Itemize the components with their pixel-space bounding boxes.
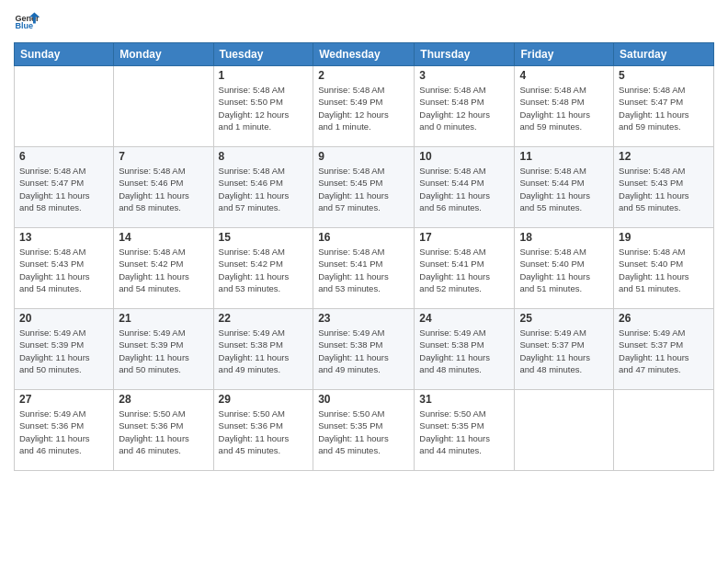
page: General Blue SundayMondayTuesdayWednesda… [0, 0, 728, 563]
day-info: Sunrise: 5:48 AM Sunset: 5:49 PM Dayligh… [318, 84, 409, 132]
day-number: 13 [19, 231, 108, 244]
calendar-cell: 14Sunrise: 5:48 AM Sunset: 5:42 PM Dayli… [114, 228, 213, 309]
day-number: 19 [619, 231, 709, 244]
day-number: 22 [219, 312, 309, 325]
day-number: 21 [119, 312, 208, 325]
logo-icon: General Blue [14, 9, 40, 35]
day-info: Sunrise: 5:48 AM Sunset: 5:41 PM Dayligh… [318, 246, 409, 294]
calendar-week-row: 1Sunrise: 5:48 AM Sunset: 5:50 PM Daylig… [15, 66, 714, 147]
weekday-header: Wednesday [313, 43, 415, 66]
day-number: 2 [318, 69, 409, 82]
day-info: Sunrise: 5:48 AM Sunset: 5:42 PM Dayligh… [119, 246, 208, 294]
calendar-cell: 5Sunrise: 5:48 AM Sunset: 5:47 PM Daylig… [614, 66, 714, 147]
weekday-header: Friday [515, 43, 614, 66]
day-info: Sunrise: 5:49 AM Sunset: 5:39 PM Dayligh… [19, 327, 108, 375]
day-info: Sunrise: 5:48 AM Sunset: 5:47 PM Dayligh… [619, 84, 709, 132]
day-number: 8 [219, 150, 309, 163]
day-number: 1 [219, 69, 309, 82]
day-info: Sunrise: 5:48 AM Sunset: 5:44 PM Dayligh… [419, 165, 509, 213]
day-info: Sunrise: 5:50 AM Sunset: 5:36 PM Dayligh… [219, 408, 309, 456]
day-number: 30 [318, 393, 409, 406]
calendar-cell: 31Sunrise: 5:50 AM Sunset: 5:35 PM Dayli… [415, 390, 515, 471]
calendar-cell: 17Sunrise: 5:48 AM Sunset: 5:41 PM Dayli… [415, 228, 515, 309]
calendar-cell: 25Sunrise: 5:49 AM Sunset: 5:37 PM Dayli… [515, 309, 614, 390]
day-info: Sunrise: 5:49 AM Sunset: 5:37 PM Dayligh… [519, 327, 609, 375]
day-info: Sunrise: 5:48 AM Sunset: 5:47 PM Dayligh… [19, 165, 108, 213]
day-number: 4 [519, 69, 609, 82]
calendar-week-row: 27Sunrise: 5:49 AM Sunset: 5:36 PM Dayli… [15, 390, 714, 471]
day-info: Sunrise: 5:48 AM Sunset: 5:41 PM Dayligh… [419, 246, 509, 294]
calendar-cell: 27Sunrise: 5:49 AM Sunset: 5:36 PM Dayli… [15, 390, 114, 471]
calendar-cell: 21Sunrise: 5:49 AM Sunset: 5:39 PM Dayli… [114, 309, 213, 390]
weekday-header: Sunday [15, 43, 114, 66]
calendar-cell: 19Sunrise: 5:48 AM Sunset: 5:40 PM Dayli… [614, 228, 714, 309]
day-info: Sunrise: 5:50 AM Sunset: 5:35 PM Dayligh… [318, 408, 409, 456]
logo: General Blue [14, 9, 40, 35]
day-number: 10 [419, 150, 509, 163]
day-number: 3 [419, 69, 509, 82]
day-number: 15 [219, 231, 309, 244]
day-number: 18 [519, 231, 609, 244]
day-number: 16 [318, 231, 409, 244]
calendar-cell: 7Sunrise: 5:48 AM Sunset: 5:46 PM Daylig… [114, 147, 213, 228]
day-number: 20 [19, 312, 108, 325]
calendar-cell: 13Sunrise: 5:48 AM Sunset: 5:43 PM Dayli… [15, 228, 114, 309]
day-number: 11 [519, 150, 609, 163]
day-number: 17 [419, 231, 509, 244]
calendar-header-row: SundayMondayTuesdayWednesdayThursdayFrid… [15, 43, 714, 66]
day-number: 24 [419, 312, 509, 325]
day-number: 28 [119, 393, 208, 406]
day-number: 6 [19, 150, 108, 163]
calendar-cell [114, 66, 213, 147]
day-info: Sunrise: 5:49 AM Sunset: 5:38 PM Dayligh… [318, 327, 409, 375]
weekday-header: Saturday [614, 43, 714, 66]
day-info: Sunrise: 5:48 AM Sunset: 5:40 PM Dayligh… [519, 246, 609, 294]
header: General Blue [14, 9, 714, 35]
day-info: Sunrise: 5:49 AM Sunset: 5:37 PM Dayligh… [619, 327, 709, 375]
calendar-cell: 11Sunrise: 5:48 AM Sunset: 5:44 PM Dayli… [515, 147, 614, 228]
calendar-week-row: 6Sunrise: 5:48 AM Sunset: 5:47 PM Daylig… [15, 147, 714, 228]
day-number: 7 [119, 150, 208, 163]
calendar-cell: 23Sunrise: 5:49 AM Sunset: 5:38 PM Dayli… [313, 309, 415, 390]
calendar-week-row: 20Sunrise: 5:49 AM Sunset: 5:39 PM Dayli… [15, 309, 714, 390]
day-info: Sunrise: 5:49 AM Sunset: 5:38 PM Dayligh… [219, 327, 309, 375]
day-info: Sunrise: 5:48 AM Sunset: 5:44 PM Dayligh… [519, 165, 609, 213]
day-number: 27 [19, 393, 108, 406]
calendar-cell: 2Sunrise: 5:48 AM Sunset: 5:49 PM Daylig… [313, 66, 415, 147]
day-info: Sunrise: 5:49 AM Sunset: 5:36 PM Dayligh… [19, 408, 108, 456]
calendar-cell: 22Sunrise: 5:49 AM Sunset: 5:38 PM Dayli… [213, 309, 313, 390]
day-info: Sunrise: 5:48 AM Sunset: 5:46 PM Dayligh… [219, 165, 309, 213]
day-info: Sunrise: 5:50 AM Sunset: 5:36 PM Dayligh… [119, 408, 208, 456]
svg-text:Blue: Blue [15, 21, 33, 30]
day-info: Sunrise: 5:48 AM Sunset: 5:43 PM Dayligh… [19, 246, 108, 294]
day-info: Sunrise: 5:50 AM Sunset: 5:35 PM Dayligh… [419, 408, 509, 456]
weekday-header: Tuesday [213, 43, 313, 66]
calendar-cell: 16Sunrise: 5:48 AM Sunset: 5:41 PM Dayli… [313, 228, 415, 309]
day-info: Sunrise: 5:48 AM Sunset: 5:50 PM Dayligh… [219, 84, 309, 132]
day-number: 26 [619, 312, 709, 325]
weekday-header: Monday [114, 43, 213, 66]
day-number: 14 [119, 231, 208, 244]
calendar-cell: 8Sunrise: 5:48 AM Sunset: 5:46 PM Daylig… [213, 147, 313, 228]
calendar-cell: 28Sunrise: 5:50 AM Sunset: 5:36 PM Dayli… [114, 390, 213, 471]
calendar-cell: 9Sunrise: 5:48 AM Sunset: 5:45 PM Daylig… [313, 147, 415, 228]
day-info: Sunrise: 5:48 AM Sunset: 5:43 PM Dayligh… [619, 165, 709, 213]
day-info: Sunrise: 5:49 AM Sunset: 5:39 PM Dayligh… [119, 327, 208, 375]
calendar-cell [614, 390, 714, 471]
calendar-cell: 26Sunrise: 5:49 AM Sunset: 5:37 PM Dayli… [614, 309, 714, 390]
calendar-cell: 12Sunrise: 5:48 AM Sunset: 5:43 PM Dayli… [614, 147, 714, 228]
calendar-cell: 1Sunrise: 5:48 AM Sunset: 5:50 PM Daylig… [213, 66, 313, 147]
calendar-cell: 18Sunrise: 5:48 AM Sunset: 5:40 PM Dayli… [515, 228, 614, 309]
calendar-cell [515, 390, 614, 471]
weekday-header: Thursday [415, 43, 515, 66]
calendar-cell: 4Sunrise: 5:48 AM Sunset: 5:48 PM Daylig… [515, 66, 614, 147]
day-number: 12 [619, 150, 709, 163]
day-number: 25 [519, 312, 609, 325]
calendar-cell: 6Sunrise: 5:48 AM Sunset: 5:47 PM Daylig… [15, 147, 114, 228]
day-number: 9 [318, 150, 409, 163]
day-info: Sunrise: 5:48 AM Sunset: 5:48 PM Dayligh… [519, 84, 609, 132]
calendar-cell: 15Sunrise: 5:48 AM Sunset: 5:42 PM Dayli… [213, 228, 313, 309]
day-number: 29 [219, 393, 309, 406]
day-info: Sunrise: 5:48 AM Sunset: 5:46 PM Dayligh… [119, 165, 208, 213]
day-info: Sunrise: 5:48 AM Sunset: 5:42 PM Dayligh… [219, 246, 309, 294]
